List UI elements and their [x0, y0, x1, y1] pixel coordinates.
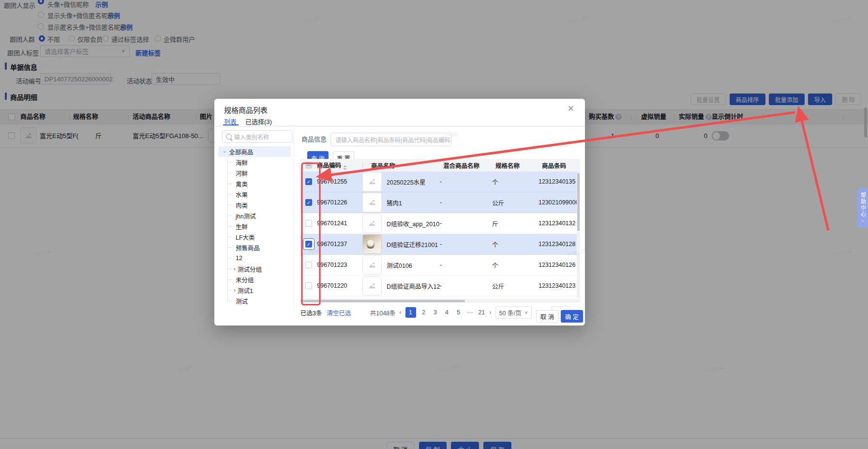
- page-number[interactable]: 4: [443, 309, 451, 316]
- col-name: 商品名称: [362, 161, 440, 170]
- cell-name: 猪肉1: [387, 198, 402, 207]
- table-horizontal-scrollbar[interactable]: [300, 299, 580, 303]
- tree-item-label: LF大类: [236, 232, 255, 242]
- cell-name: D组验证迁移21001: [387, 240, 438, 249]
- cell-spec: 斤: [492, 219, 539, 228]
- page-size-value: 50 条/页: [499, 308, 522, 317]
- table-row[interactable]: 996701237D组验证迁移21001-个12312340128: [300, 234, 580, 255]
- table-row[interactable]: 996701220D组验证商品导入1223-公斤12312340123: [300, 276, 580, 296]
- next-page-icon[interactable]: ›: [490, 309, 492, 316]
- cell-mix: -: [440, 282, 492, 289]
- cell-code: 996701255: [317, 178, 362, 185]
- tree-item-label: 海鲜: [236, 158, 248, 167]
- tree-item[interactable]: 生鲜: [227, 221, 291, 232]
- cell-mix: -: [440, 262, 492, 268]
- tree-item-label: 12: [236, 255, 242, 262]
- tree-item[interactable]: ›测试分组: [227, 263, 291, 274]
- product-thumbnail: [362, 276, 382, 295]
- divider: [294, 126, 294, 310]
- row-checkbox[interactable]: [305, 282, 312, 289]
- product-thumbnail: [362, 214, 382, 233]
- tree-item-label: jhn测试: [236, 211, 256, 220]
- tree-item[interactable]: ›测试1: [227, 285, 291, 295]
- table-row[interactable]: 996701241D组验收_app_2010-斤12312340132: [300, 213, 580, 234]
- clear-selection-link[interactable]: 清空已选: [327, 308, 351, 317]
- tree-item[interactable]: 海鲜: [227, 157, 291, 168]
- tree-root-all-products[interactable]: › 全部商品: [218, 146, 291, 157]
- help-center-tab[interactable]: 帮助中心 ‹: [857, 188, 868, 228]
- product-info-input[interactable]: 请输入商品名称|商品条码|商品代码|商品编码: [330, 133, 451, 146]
- tree-item[interactable]: 肉类: [227, 200, 291, 210]
- row-checkbox[interactable]: [305, 241, 312, 248]
- cell-spec: 个: [492, 177, 539, 186]
- tree-item[interactable]: 禽类: [227, 178, 291, 189]
- cell-name: D组验收_app_2010: [387, 219, 439, 228]
- cell-spec: 公斤: [492, 281, 539, 291]
- close-icon[interactable]: ✕: [568, 104, 574, 114]
- table-row[interactable]: 996701223测试0106-个12312340126: [300, 255, 580, 276]
- modal-cancel-button[interactable]: 取 消: [536, 310, 558, 323]
- cell-name: 20250225水星: [387, 177, 426, 186]
- collapse-icon: ‹: [862, 217, 864, 224]
- table-row[interactable]: 996701226猪肉1-公斤1230210990001: [300, 192, 580, 213]
- page-number[interactable]: 5: [455, 309, 463, 316]
- help-center-label: 帮助中心: [860, 192, 866, 217]
- product-photo: [362, 234, 382, 254]
- cell-barcode: 12312340132: [539, 220, 580, 227]
- tree-item-label: 河鲜: [236, 169, 248, 178]
- divider: [214, 126, 585, 126]
- row-checkbox[interactable]: [305, 178, 312, 185]
- product-info-label: 商品信息: [301, 133, 327, 146]
- product-thumbnail: [362, 193, 382, 212]
- page-number[interactable]: ···: [466, 309, 474, 316]
- page-number[interactable]: 3: [432, 309, 439, 316]
- page-number[interactable]: 2: [420, 309, 428, 316]
- page-number[interactable]: 21: [478, 309, 486, 316]
- tree-item[interactable]: 未分组: [227, 274, 291, 285]
- tree-item[interactable]: 河鲜: [227, 168, 291, 178]
- col-code[interactable]: 商品编码: [317, 160, 362, 170]
- select-all-checkbox[interactable]: [305, 162, 312, 169]
- cell-spec: 个: [492, 261, 539, 270]
- modal-table-header: 商品编码 商品名称 混合商品名称 规格名称 商品条码 商品代码: [300, 159, 580, 171]
- table-row[interactable]: 99670125520250225水星-个12312340135: [300, 171, 580, 192]
- tree-item[interactable]: jhn测试: [227, 210, 291, 221]
- category-search-input[interactable]: 输入类别名称: [222, 130, 293, 143]
- tree-item[interactable]: 测试: [227, 295, 291, 306]
- screen: 跟团人显示 头像+微信昵称 示例 显示头像+微信匿名昵称 示例 显示匿名头像+微…: [0, 0, 868, 449]
- tree-item[interactable]: 12: [227, 253, 291, 263]
- cell-barcode: 12312340126: [539, 262, 580, 268]
- cell-barcode: 12312340135: [539, 178, 580, 185]
- modal-title: 规格商品列表: [224, 105, 268, 115]
- tree-item[interactable]: 水果: [227, 189, 291, 200]
- product-thumbnail: [362, 172, 382, 191]
- cell-mix: -: [440, 241, 492, 248]
- caret-right-icon[interactable]: ›: [234, 265, 236, 272]
- tree-item-label: 测试1: [238, 286, 253, 295]
- cell-barcode: 12312340123: [539, 282, 580, 289]
- search-icon: [226, 134, 232, 139]
- row-checkbox[interactable]: [305, 199, 312, 206]
- table-vertical-scrollbar[interactable]: [577, 172, 580, 298]
- tab-selected[interactable]: 已选择(3): [245, 117, 272, 126]
- total-count: 共1048条: [370, 308, 396, 317]
- cell-mix: -: [440, 178, 492, 185]
- spec-product-modal: 规格商品列表 ✕ 列表 已选择(3) 输入类别名称 › 全部商品 海鲜河鲜禽类水…: [214, 99, 585, 325]
- tree-item[interactable]: LF大类: [227, 232, 291, 242]
- prev-page-icon[interactable]: ‹: [400, 309, 402, 316]
- tree-item-label: 生鲜: [236, 222, 248, 231]
- row-checkbox[interactable]: [305, 262, 312, 268]
- tree-item-label: 测试: [236, 296, 248, 306]
- row-checkbox[interactable]: [305, 220, 312, 227]
- caret-right-icon[interactable]: ›: [234, 287, 236, 294]
- tree-item[interactable]: 预售商品: [227, 242, 291, 253]
- tree-item-label: 水果: [236, 190, 248, 199]
- page-size-select[interactable]: 50 条/页 ∨: [495, 306, 532, 319]
- sort-icon: [343, 165, 347, 170]
- cell-barcode: 12312340128: [539, 241, 580, 248]
- product-thumbnail: [362, 255, 382, 275]
- page-number-active[interactable]: 1: [405, 307, 416, 318]
- cell-code: 996701237: [317, 241, 362, 248]
- cell-code: 996701226: [317, 199, 362, 206]
- modal-confirm-button[interactable]: 确 定: [561, 310, 583, 323]
